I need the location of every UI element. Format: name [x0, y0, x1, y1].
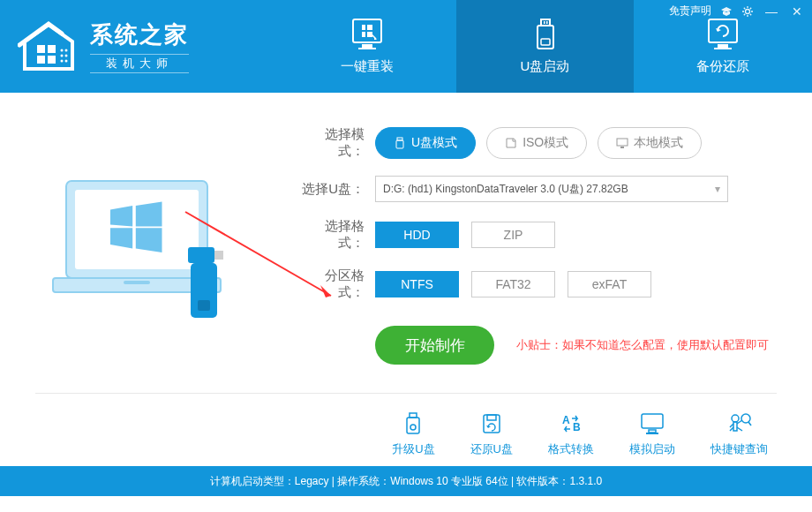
usb-select-label: 选择U盘：	[300, 181, 375, 198]
svg-point-4	[61, 49, 64, 51]
restore-usb-icon	[478, 411, 505, 436]
tool-label: 升级U盘	[392, 441, 434, 457]
tool-upgrade-usb[interactable]: 升级U盘	[392, 411, 434, 457]
svg-rect-15	[546, 21, 548, 24]
usb-select-value: D:G: (hd1) KingstonDataTraveler 3.0 (U盘)…	[383, 182, 628, 197]
tool-label: 快捷键查询	[710, 441, 768, 457]
nav-tab-label: U盘启动	[521, 58, 570, 75]
logo-area: 系统之家 装机大师	[0, 0, 278, 93]
svg-rect-42	[642, 414, 663, 428]
monitor-icon	[639, 411, 665, 436]
monitor-icon	[616, 137, 628, 149]
chevron-down-icon: ▾	[715, 183, 720, 195]
svg-rect-27	[214, 251, 223, 260]
svg-rect-17	[541, 39, 550, 45]
svg-rect-44	[646, 433, 658, 434]
tool-hotkey-lookup[interactable]: 快捷键查询	[710, 411, 768, 457]
svg-rect-2	[37, 56, 45, 64]
nav-tab-label: 备份还原	[696, 58, 749, 75]
upgrade-usb-icon	[400, 411, 426, 436]
graduation-icon[interactable]	[720, 5, 733, 18]
mode-usb-button[interactable]: U盘模式	[375, 127, 476, 159]
start-button[interactable]: 开始制作	[375, 326, 494, 365]
reinstall-icon	[350, 18, 385, 51]
format-label: 选择格式：	[300, 218, 375, 252]
mode-label-text: U盘模式	[411, 135, 457, 151]
svg-text:B: B	[573, 421, 581, 433]
svg-rect-0	[37, 45, 45, 53]
partition-label: 分区格式：	[300, 267, 375, 301]
hotkey-icon	[726, 411, 753, 436]
mode-label-text: ISO模式	[523, 135, 568, 151]
tool-label: 模拟启动	[629, 441, 675, 457]
svg-rect-26	[188, 247, 214, 263]
nav-tab-reinstall[interactable]: 一键重装	[278, 0, 456, 93]
tool-simulate-boot[interactable]: 模拟启动	[629, 411, 675, 457]
disclaimer-link[interactable]: 免责声明	[669, 4, 711, 19]
svg-rect-20	[714, 48, 732, 49]
logo-icon	[18, 20, 79, 73]
nav-tab-usb[interactable]: U盘启动	[456, 0, 635, 93]
svg-point-21	[746, 9, 750, 13]
tool-restore-usb[interactable]: 还原U盘	[470, 411, 513, 457]
tools-row: 升级U盘 还原U盘 AB 格式转换 模拟启动 快捷键查询	[0, 394, 812, 466]
svg-rect-14	[544, 21, 545, 24]
svg-point-47	[741, 414, 750, 423]
svg-rect-3	[48, 56, 56, 64]
usb-icon	[394, 137, 406, 149]
format-convert-icon: AB	[558, 411, 584, 436]
svg-rect-25	[124, 281, 150, 284]
svg-rect-32	[396, 140, 403, 148]
svg-rect-43	[649, 430, 656, 433]
mode-label: 选择模式：	[300, 126, 375, 160]
mode-label-text: 本地模式	[634, 135, 683, 151]
svg-point-8	[61, 59, 64, 62]
statusbar-text: 计算机启动类型：Legacy | 操作系统：Windows 10 专业版 64位…	[210, 474, 602, 489]
svg-rect-1	[48, 45, 56, 53]
svg-point-5	[65, 49, 68, 51]
svg-point-7	[65, 54, 68, 56]
partition-ntfs-button[interactable]: NTFS	[375, 271, 459, 297]
svg-rect-34	[620, 147, 624, 148]
gear-icon[interactable]	[741, 5, 754, 18]
svg-rect-18	[709, 19, 737, 42]
nav-tab-label: 一键重装	[341, 58, 394, 75]
svg-rect-12	[358, 48, 376, 49]
statusbar: 计算机启动类型：Legacy | 操作系统：Windows 10 专业版 64位…	[0, 466, 812, 496]
svg-rect-10	[353, 19, 381, 42]
usb-select[interactable]: D:G: (hd1) KingstonDataTraveler 3.0 (U盘)…	[375, 176, 728, 202]
svg-rect-29	[198, 300, 210, 311]
titlebar: 免责声明 — ✕	[669, 4, 805, 19]
form-area: 选择模式： U盘模式 ISO模式 本地模式 选择U盘： D:G: (hd1) K…	[256, 119, 777, 384]
minimize-button[interactable]: —	[763, 4, 780, 19]
svg-rect-39	[487, 415, 496, 420]
tool-label: 还原U盘	[470, 441, 513, 457]
svg-rect-19	[718, 44, 728, 48]
mode-iso-button[interactable]: ISO模式	[486, 127, 587, 159]
svg-rect-11	[362, 44, 372, 48]
iso-icon	[505, 137, 517, 149]
format-zip-button[interactable]: ZIP	[471, 222, 555, 248]
svg-text:A: A	[562, 414, 570, 426]
laptop-usb-illustration	[40, 163, 243, 340]
svg-rect-46	[733, 422, 737, 431]
backup-icon	[705, 18, 741, 51]
svg-point-9	[65, 59, 68, 62]
svg-point-6	[61, 54, 64, 56]
illustration	[26, 119, 256, 384]
svg-line-48	[748, 422, 751, 425]
mode-local-button[interactable]: 本地模式	[598, 127, 702, 159]
partition-exfat-button[interactable]: exFAT	[568, 271, 651, 297]
partition-fat32-button[interactable]: FAT32	[471, 271, 555, 297]
close-button[interactable]: ✕	[789, 4, 805, 19]
format-hdd-button[interactable]: HDD	[375, 222, 459, 248]
svg-rect-13	[541, 19, 550, 26]
tool-label: 格式转换	[548, 441, 594, 457]
tool-format-convert[interactable]: AB 格式转换	[548, 411, 594, 457]
svg-point-45	[732, 415, 739, 422]
svg-rect-33	[617, 139, 628, 146]
tip-text: 小贴士：如果不知道怎么配置，使用默认配置即可	[516, 337, 769, 353]
svg-point-37	[410, 425, 416, 430]
content: 选择模式： U盘模式 ISO模式 本地模式 选择U盘： D:G: (hd1) K…	[0, 93, 812, 393]
svg-rect-36	[407, 418, 419, 433]
